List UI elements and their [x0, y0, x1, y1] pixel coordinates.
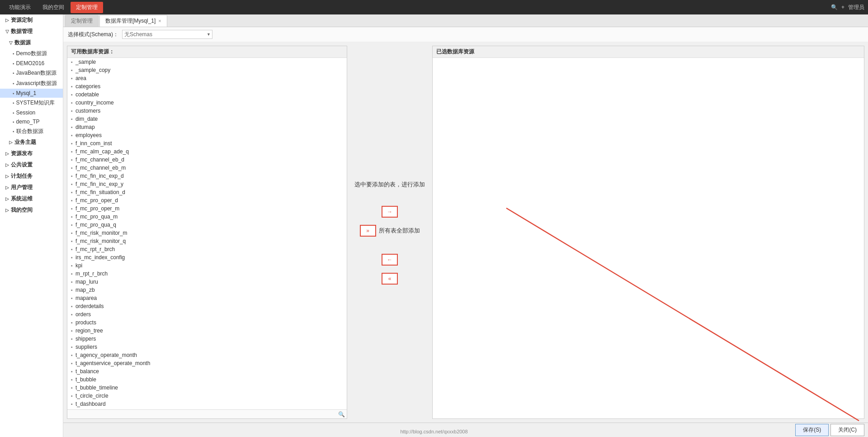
- tab-customize-management[interactable]: 定制管理: [65, 15, 99, 27]
- sidebar-item-business-theme[interactable]: ▷ 业务主题: [0, 137, 63, 148]
- table-list-item[interactable]: ▪orderdetails: [67, 302, 347, 310]
- table-icon: ▪: [71, 401, 73, 407]
- table-list-item[interactable]: ▪categories: [67, 82, 347, 90]
- table-list-item[interactable]: ▪t_bubble_timeline: [67, 384, 347, 392]
- table-list-item[interactable]: ▪irs_mc_index_config: [67, 253, 347, 261]
- table-list-item[interactable]: ▪t_agentservice_operate_month: [67, 359, 347, 367]
- nav-demo[interactable]: 功能演示: [4, 2, 36, 13]
- nav-myspace[interactable]: 我的空间: [37, 2, 70, 13]
- content-wrapper: 选择模式(Schema)： 无Schemas 可用数据库资源： ▪: [63, 27, 868, 437]
- close-button[interactable]: 关闭(C): [830, 424, 864, 436]
- table-list-item[interactable]: ▪dim_date: [67, 115, 347, 123]
- left-panel: 可用数据库资源： ▪_sample▪_sample_copy▪area▪cate…: [67, 46, 347, 419]
- table-name: _sample: [75, 59, 96, 65]
- add-selected-button[interactable]: →: [382, 206, 398, 218]
- sidebar: ▷ 资源定制 ▽ 数据管理 ▽ 数据源 ▪ Demo数据源 ▪ DEMO2016: [0, 14, 63, 437]
- table-list-item[interactable]: ▪f_mc_alm_cap_ade_q: [67, 147, 347, 156]
- table-list-item[interactable]: ▪ditumap: [67, 123, 347, 131]
- tab-bar: 定制管理 数据库管理[Mysql_1] ×: [63, 14, 868, 27]
- table-list-item[interactable]: ▪f_mc_rpt_r_brch: [67, 245, 347, 253]
- table-list-item[interactable]: ▪orders: [67, 310, 347, 318]
- table-list-item[interactable]: ▪t_bubble: [67, 375, 347, 384]
- sidebar-item-system-ops[interactable]: ▷ 系统运维: [0, 193, 63, 204]
- schema-select[interactable]: 无Schemas: [122, 30, 212, 39]
- table-list-item[interactable]: ▪codetable: [67, 90, 347, 99]
- table-list-item[interactable]: ▪f_mc_channel_eb_d: [67, 156, 347, 164]
- table-list-item[interactable]: ▪f_mc_fin_situation_d: [67, 188, 347, 196]
- tab-close-icon[interactable]: ×: [158, 18, 161, 24]
- table-list-item[interactable]: ▪_sample: [67, 58, 347, 66]
- sidebar-item-data-management[interactable]: ▽ 数据管理: [0, 26, 63, 37]
- add-selected-icon: →: [387, 209, 392, 215]
- collapse-icon: ▷: [9, 140, 13, 145]
- plus-icon[interactable]: +: [841, 4, 844, 10]
- nav-customize[interactable]: 定制管理: [71, 2, 103, 13]
- table-name: kpi: [75, 262, 82, 269]
- table-list-item[interactable]: ▪_sample_copy: [67, 66, 347, 74]
- sidebar-item-javascript[interactable]: ▪ Javascript数据源: [0, 78, 63, 89]
- table-icon: ▪: [71, 206, 73, 211]
- table-list-item[interactable]: ▪f_mc_pro_oper_m: [67, 204, 347, 213]
- sidebar-item-demotp[interactable]: ▪ demo_TP: [0, 117, 63, 126]
- table-list-item[interactable]: ▪t_balance: [67, 367, 347, 375]
- table-icon: ▪: [71, 336, 73, 342]
- table-icon: ▪: [71, 361, 73, 366]
- sidebar-item-demo2016[interactable]: ▪ DEMO2016: [0, 59, 63, 68]
- table-icon: ▪: [71, 124, 73, 130]
- sidebar-item-datasource-group[interactable]: ▽ 数据源: [0, 37, 63, 48]
- table-list-item[interactable]: ▪f_mc_pro_qua_m: [67, 213, 347, 221]
- table-list-item[interactable]: ▪suppliers: [67, 343, 347, 351]
- table-list-item[interactable]: ▪f_mc_fin_inc_exp_y: [67, 180, 347, 188]
- sidebar-item-my-space[interactable]: ▷ 我的空间: [0, 204, 63, 216]
- tab-db-management[interactable]: 数据库管理[Mysql_1] ×: [99, 15, 167, 27]
- table-list-item[interactable]: ▪employees: [67, 131, 347, 139]
- sidebar-item-resource-publish[interactable]: ▷ 资源发布: [0, 148, 63, 159]
- table-list-item[interactable]: ▪f_mc_fin_inc_exp_d: [67, 172, 347, 180]
- sidebar-item-resource-customize[interactable]: ▷ 资源定制: [0, 14, 63, 26]
- table-list-item[interactable]: ▪customers: [67, 107, 347, 115]
- search-icon[interactable]: 🔍: [831, 4, 838, 10]
- table-list-item[interactable]: ▪f_mc_risk_monitor_q: [67, 237, 347, 245]
- sidebar-item-mysql1[interactable]: ▪ Mysql_1: [0, 89, 63, 98]
- table-name: f_mc_risk_monitor_q: [75, 238, 126, 244]
- sidebar-item-union-datasource[interactable]: ▪ 联合数据源: [0, 126, 63, 137]
- sidebar-item-public-settings[interactable]: ▷ 公共设置: [0, 159, 63, 171]
- sidebar-item-user-management[interactable]: ▷ 用户管理: [0, 182, 63, 193]
- db-icon: ▪: [13, 61, 14, 66]
- table-list-item[interactable]: ▪f_mc_pro_qua_q: [67, 221, 347, 229]
- table-name: f_mc_risk_monitor_m: [75, 230, 127, 236]
- table-list-item[interactable]: ▪maparea: [67, 294, 347, 302]
- table-list-item[interactable]: ▪t_agency_operate_month: [67, 351, 347, 359]
- table-list-item[interactable]: ▪f_mc_risk_monitor_m: [67, 229, 347, 237]
- table-list-item[interactable]: ▪f_inn_com_inst: [67, 139, 347, 147]
- sidebar-item-session[interactable]: ▪ Session: [0, 108, 63, 117]
- table-list-item[interactable]: ▪f_mc_channel_eb_m: [67, 164, 347, 172]
- remove-selected-button[interactable]: ←: [382, 254, 398, 266]
- search-small-icon[interactable]: 🔍: [338, 411, 345, 418]
- table-list-item[interactable]: ▪map_luru: [67, 278, 347, 286]
- save-button[interactable]: 保存(S): [795, 424, 829, 436]
- table-icon: ▪: [71, 247, 73, 252]
- table-list-item[interactable]: ▪t_circle_circle: [67, 392, 347, 400]
- add-all-button[interactable]: »: [360, 225, 376, 237]
- table-list-item[interactable]: ▪map_zb: [67, 286, 347, 294]
- table-list-item[interactable]: ▪country_income: [67, 99, 347, 107]
- table-list-item[interactable]: ▪shippers: [67, 335, 347, 343]
- collapse-icon: ▷: [5, 18, 9, 23]
- table-list-item[interactable]: ▪area: [67, 74, 347, 82]
- sidebar-item-scheduled-tasks[interactable]: ▷ 计划任务: [0, 171, 63, 182]
- table-list-item[interactable]: ▪region_tree: [67, 327, 347, 335]
- table-name: country_income: [75, 100, 114, 106]
- sidebar-item-demo-datasource[interactable]: ▪ Demo数据源: [0, 48, 63, 59]
- table-list-item[interactable]: ▪products: [67, 318, 347, 327]
- sidebar-item-javabean[interactable]: ▪ JavaBean数据源: [0, 68, 63, 78]
- table-name: f_mc_fin_inc_exp_d: [75, 173, 124, 179]
- table-list-item[interactable]: ▪m_rpt_r_brch: [67, 270, 347, 278]
- sidebar-item-system[interactable]: ▪ SYSTEM知识库: [0, 98, 63, 108]
- table-list-item[interactable]: ▪t_dashboard: [67, 400, 347, 408]
- collapse-icon: ▷: [5, 162, 9, 167]
- table-list-item[interactable]: ▪f_mc_pro_oper_d: [67, 196, 347, 204]
- table-list-item[interactable]: ▪kpi: [67, 261, 347, 270]
- app-container: 功能演示 我的空间 定制管理 🔍 + 管理员 ▷ 资源定制 ▽ 数据管理 ▽: [0, 0, 868, 437]
- remove-all-button[interactable]: «: [382, 273, 398, 285]
